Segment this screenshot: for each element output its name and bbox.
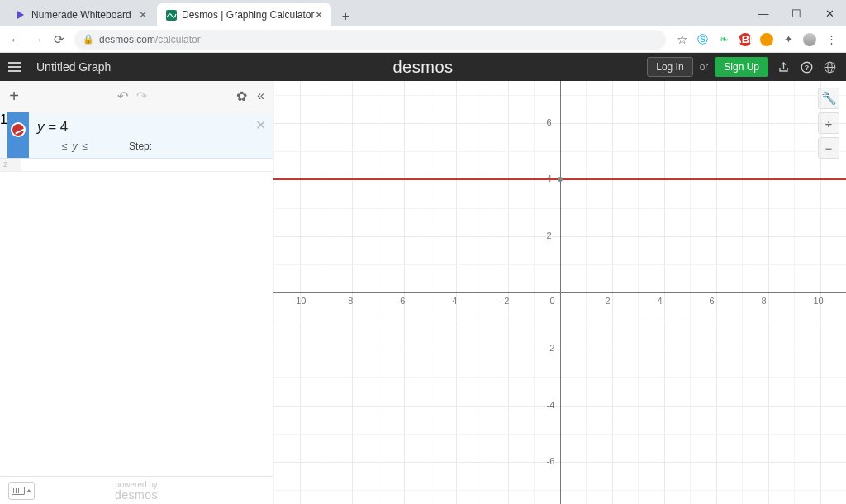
range-max-input[interactable] xyxy=(93,142,112,150)
expression-domain-row: ≤ y ≤ Step: xyxy=(37,140,264,152)
redo-button[interactable]: ↷ xyxy=(136,88,147,104)
minimize-button[interactable]: — xyxy=(747,0,780,26)
x-tick-label: -4 xyxy=(449,296,458,306)
x-tick-label: 8 xyxy=(762,296,767,306)
range-min-input[interactable] xyxy=(37,142,57,150)
forward-button[interactable]: → xyxy=(26,29,48,50)
chevron-up-icon xyxy=(26,489,31,492)
powered-by: powered by desmos xyxy=(115,481,158,501)
numerade-favicon xyxy=(15,9,26,21)
expression-row-2[interactable]: 2 xyxy=(0,159,273,172)
bookmark-button[interactable]: ☆ xyxy=(671,29,692,50)
expression-index: 2 xyxy=(0,159,21,171)
profile-avatar[interactable] xyxy=(803,33,816,46)
tab-label: Desmos | Graphing Calculator xyxy=(182,9,315,21)
y-tick-label: -2 xyxy=(547,343,555,353)
x-tick-label: -10 xyxy=(293,296,307,306)
signup-button[interactable]: Sign Up xyxy=(715,57,768,77)
url-host: desmos.com xyxy=(99,34,155,45)
close-window-button[interactable]: ✕ xyxy=(813,0,846,26)
undo-button[interactable]: ↶ xyxy=(117,88,128,104)
svg-marker-0 xyxy=(17,11,24,19)
keyboard-icon xyxy=(12,487,25,495)
y-tick-label: -4 xyxy=(547,400,555,410)
expression-body[interactable]: y = 4 ≤ y ≤ Step: xyxy=(29,112,273,158)
settings-icon[interactable]: ✿ xyxy=(236,88,247,104)
sidebar-toolbar: + ↶ ↷ ✿ « xyxy=(0,81,273,112)
expression-sidebar: + ↶ ↷ ✿ « 1 y = 4 ≤ y xyxy=(0,81,273,504)
x-tick-label: 10 xyxy=(814,296,824,306)
share-icon[interactable] xyxy=(775,59,791,75)
y-axis xyxy=(560,81,561,504)
reload-button[interactable]: ⟳ xyxy=(48,29,69,50)
tab-numerade[interactable]: Numerade Whiteboard ✕ xyxy=(7,3,155,26)
x-tick-label: 2 xyxy=(606,296,611,306)
skype-icon[interactable]: Ⓢ xyxy=(696,33,709,46)
zoom-out-button[interactable]: − xyxy=(818,137,839,159)
graph-settings-button[interactable]: 🔧 xyxy=(818,88,839,109)
expression-gutter[interactable] xyxy=(7,112,29,158)
step-label: Step: xyxy=(129,140,152,152)
expression-color-toggle[interactable] xyxy=(11,122,26,137)
menu-button[interactable] xyxy=(8,58,26,76)
close-icon[interactable]: ✕ xyxy=(315,9,323,21)
y-tick-label: 6 xyxy=(547,117,552,127)
tab-desmos[interactable]: Desmos | Graphing Calculator ✕ xyxy=(157,3,331,26)
url-path: /calculator xyxy=(155,34,201,45)
y-tick-label: -6 xyxy=(547,456,555,466)
svg-text:?: ? xyxy=(804,64,809,72)
browser-chrome: Numerade Whiteboard ✕ Desmos | Graphing … xyxy=(0,0,846,53)
y-tick-label: 2 xyxy=(547,231,552,240)
back-button[interactable]: ← xyxy=(5,29,26,50)
desmos-logo: desmos xyxy=(392,58,453,77)
x-tick-label: -6 xyxy=(397,296,406,306)
origin-label: 0 xyxy=(550,296,555,306)
puzzle-icon[interactable]: ✦ xyxy=(782,33,795,46)
graph-title[interactable]: Untitled Graph xyxy=(36,60,111,74)
x-tick-label: -2 xyxy=(501,296,510,306)
keypad-toggle[interactable] xyxy=(8,482,35,500)
x-tick-label: -8 xyxy=(345,296,354,306)
delete-expression-button[interactable]: ✕ xyxy=(255,117,266,133)
maximize-button[interactable]: ☐ xyxy=(780,0,813,26)
or-text: or xyxy=(700,61,709,73)
x-tick-label: 6 xyxy=(710,296,715,306)
language-icon[interactable] xyxy=(821,59,838,75)
close-icon[interactable]: ✕ xyxy=(139,9,147,21)
abp-icon[interactable]: ABP xyxy=(739,33,752,46)
lock-icon: 🔒 xyxy=(83,34,94,45)
login-button[interactable]: Log In xyxy=(647,57,692,77)
plot-intercept-marker[interactable] xyxy=(558,177,563,182)
extension-icons: Ⓢ ❧ ABP ✦ ⋮ xyxy=(692,33,841,46)
evernote-icon[interactable]: ❧ xyxy=(717,33,730,46)
sidebar-footer: powered by desmos xyxy=(0,476,273,504)
add-expression-button[interactable]: + xyxy=(0,87,28,106)
kebab-icon[interactable]: ⋮ xyxy=(825,33,838,46)
url-input[interactable]: 🔒 desmos.com/calculator xyxy=(74,30,666,50)
tab-strip: Numerade Whiteboard ✕ Desmos | Graphing … xyxy=(0,0,846,26)
graph-area[interactable]: 🔧 + − -10-8-6-4-2246810642-2-4-60 xyxy=(273,81,846,504)
collapse-sidebar-button[interactable]: « xyxy=(257,88,264,104)
address-bar: ← → ⟳ 🔒 desmos.com/calculator ☆ Ⓢ ❧ ABP … xyxy=(0,26,846,53)
new-tab-button[interactable]: + xyxy=(336,7,356,26)
expression-input[interactable]: y = 4 xyxy=(37,119,264,136)
step-input[interactable] xyxy=(157,142,177,150)
help-icon[interactable]: ? xyxy=(798,59,815,75)
expression-index: 1 xyxy=(0,112,7,158)
tab-label: Numerade Whiteboard xyxy=(31,9,131,21)
ext-orange-icon[interactable] xyxy=(760,33,773,46)
desmos-favicon xyxy=(165,9,177,21)
x-tick-label: 4 xyxy=(658,296,663,306)
app-header: Untitled Graph desmos Log In or Sign Up … xyxy=(0,53,846,81)
workspace: + ↶ ↷ ✿ « 1 y = 4 ≤ y xyxy=(0,81,846,504)
window-controls: — ☐ ✕ xyxy=(747,0,846,26)
expression-row-1[interactable]: 1 y = 4 ≤ y ≤ Step: ✕ xyxy=(0,112,273,159)
